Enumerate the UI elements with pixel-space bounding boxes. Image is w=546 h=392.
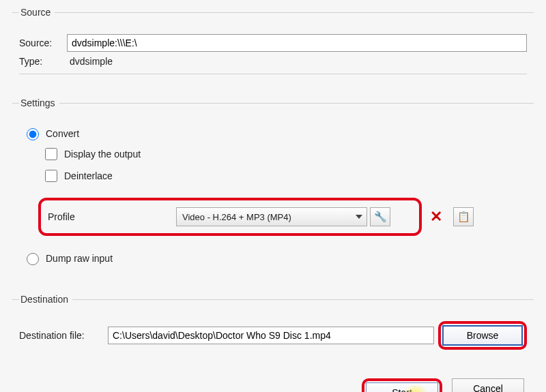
convert-radio-label: Convert xyxy=(46,128,79,139)
destination-group: Destination Destination file: Browse xyxy=(12,294,534,361)
profile-highlight: Profile Video - H.264 + MP3 (MP4) 🔧 xyxy=(38,198,422,236)
source-label: Source: xyxy=(19,37,67,48)
type-value: dvdsimple xyxy=(67,56,113,67)
dump-radio[interactable]: Dump raw input xyxy=(23,251,523,265)
profile-delete-button[interactable]: ✕ xyxy=(426,207,446,226)
start-button[interactable]: Start xyxy=(366,382,438,392)
settings-group: Settings Convert Display the output Dein… xyxy=(12,97,534,280)
convert-options: Display the output Deinterlace Profile V… xyxy=(19,146,527,236)
dialog-footer: Start Cancel xyxy=(12,374,534,392)
convert-radio-input[interactable] xyxy=(27,128,39,140)
display-output-checkbox[interactable]: Display the output xyxy=(42,146,523,162)
settings-legend: Settings xyxy=(19,97,59,108)
profile-select[interactable]: Video - H.264 + MP3 (MP4) xyxy=(176,207,367,226)
profile-row: Profile Video - H.264 + MP3 (MP4) 🔧 ✕ 📋 xyxy=(38,198,527,236)
profile-select-value: Video - H.264 + MP3 (MP4) xyxy=(182,212,291,222)
delete-icon: ✕ xyxy=(430,208,442,226)
browse-highlight: Browse xyxy=(438,321,527,350)
deinterlace-label: Deinterlace xyxy=(64,170,113,181)
browse-button[interactable]: Browse xyxy=(442,325,523,346)
destination-file-input[interactable] xyxy=(108,327,434,344)
deinterlace-checkbox-input[interactable] xyxy=(45,170,57,182)
cancel-button[interactable]: Cancel xyxy=(452,378,524,392)
profile-edit-button[interactable]: 🔧 xyxy=(370,207,390,226)
destination-file-label: Destination file: xyxy=(19,330,108,341)
display-output-checkbox-input[interactable] xyxy=(45,148,57,160)
wrench-icon: 🔧 xyxy=(374,211,387,223)
convert-radio[interactable]: Convert xyxy=(23,126,523,140)
profile-new-button[interactable]: 📋 xyxy=(453,207,474,226)
new-profile-icon: 📋 xyxy=(457,211,470,223)
deinterlace-checkbox[interactable]: Deinterlace xyxy=(42,168,523,184)
source-legend: Source xyxy=(19,7,55,18)
source-group: Source Source: Type: dvdsimple xyxy=(12,7,534,84)
chevron-down-icon xyxy=(356,215,362,219)
dump-radio-input[interactable] xyxy=(27,253,39,265)
type-label: Type: xyxy=(19,56,67,67)
start-highlight: Start xyxy=(362,378,442,392)
profile-label: Profile xyxy=(48,211,176,222)
convert-dialog: Source Source: Type: dvdsimple Settings … xyxy=(0,0,546,392)
display-output-label: Display the output xyxy=(64,149,141,160)
source-input[interactable] xyxy=(67,34,527,52)
dump-radio-label: Dump raw input xyxy=(46,253,113,264)
destination-legend: Destination xyxy=(19,294,72,305)
